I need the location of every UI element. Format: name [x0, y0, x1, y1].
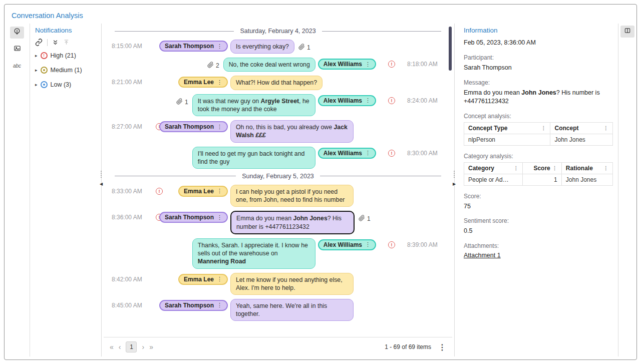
message-menu-icon[interactable]: ⋮ [217, 188, 222, 194]
last-page-button[interactable]: » [149, 343, 153, 351]
collapse-all-icon[interactable] [52, 39, 59, 46]
message-row: 8:15:00 AMSarah Thompson⋮Is everything o… [107, 40, 447, 54]
alert-slot: ! [376, 147, 407, 157]
sender-pill[interactable]: Alex Williams⋮ [318, 59, 376, 70]
column-menu-icon[interactable]: ⋮ [603, 165, 608, 171]
attachment-link[interactable]: Attachment 1 [464, 252, 501, 259]
notification-group-label: Medium (1) [51, 67, 82, 74]
sender-pill[interactable]: Alex Williams⋮ [318, 239, 376, 250]
message-menu-icon[interactable]: ⋮ [217, 214, 222, 221]
notifications-tool-button[interactable] [10, 27, 24, 39]
panel-splitter-left[interactable]: ◀ [99, 24, 104, 356]
current-page[interactable]: 1 [126, 341, 137, 352]
message-row: 1It was that new guy on Argyle Street, h… [107, 94, 447, 116]
message-bubble[interactable]: No, the coke deal went wrong [223, 58, 315, 72]
message-time: 8:30:00 AM [407, 147, 446, 157]
attachment-indicator[interactable]: 1 [176, 98, 188, 106]
date-label: Saturday, February 4, 2023 [240, 28, 315, 35]
column-menu-icon[interactable]: ⋮ [603, 125, 608, 131]
message-bubble[interactable]: Is everything okay? [230, 40, 294, 54]
message-menu-icon[interactable]: ⋮ [365, 61, 371, 68]
column-header[interactable]: Rationale⋮ [561, 162, 612, 174]
alert-bubble-icon [13, 28, 21, 38]
attachment-indicator[interactable]: 1 [359, 215, 371, 223]
sender-name: Emma Lee [184, 79, 214, 86]
message-bubble[interactable]: Let me know if you need anything else, A… [230, 273, 354, 295]
column-header[interactable]: Score⋮ [523, 162, 561, 174]
abc-tool-button[interactable]: abc [10, 60, 24, 72]
message-bubble[interactable]: What?! How did that happen? [230, 76, 323, 90]
right-icon-rail [618, 24, 636, 356]
message-row: 8:45:00 AMSarah Thompson⋮Yeah, same here… [107, 299, 447, 321]
message-bubble[interactable]: I can help you get a pistol if you need … [230, 185, 354, 207]
column-header[interactable]: Concept Type⋮ [464, 122, 550, 134]
message-menu-icon[interactable]: ⋮ [365, 241, 371, 248]
alert-slot: ! [376, 94, 407, 104]
expander-icon[interactable]: ▸ [35, 82, 38, 87]
message-bubble[interactable]: Oh no, this is bad, you already owe Jack… [230, 120, 354, 142]
message-menu-icon[interactable]: ⋮ [217, 124, 222, 130]
message-bubble[interactable]: Emma do you mean John Jones? His number … [230, 211, 355, 234]
table-header-row: Concept Type⋮Concept⋮ [464, 122, 613, 134]
notification-group-high[interactable]: ▸!High (21) [35, 52, 99, 59]
sender-pill[interactable]: Emma Lee⋮ [178, 77, 228, 88]
notification-group-medium[interactable]: ▸Medium (1) [35, 67, 99, 74]
column-header[interactable]: Category⋮ [464, 162, 523, 174]
message-list: Saturday, February 4, 20238:15:00 AMSara… [104, 24, 452, 337]
pagination-menu-icon[interactable]: ⋮ [438, 342, 446, 352]
first-page-button[interactable]: « [110, 343, 114, 351]
message-bubble[interactable]: Thanks, Sarah. I appreciate it. I know h… [192, 238, 315, 269]
message-menu-icon[interactable]: ⋮ [217, 79, 222, 86]
scrollbar-thumb[interactable] [449, 27, 452, 71]
panel-splitter-right[interactable]: ▶ [452, 24, 457, 356]
next-page-button[interactable]: › [142, 343, 144, 351]
sender-pill[interactable]: Emma Lee⋮ [178, 186, 228, 197]
splitter-grip-icon[interactable] [454, 170, 455, 179]
sender-name: Sarah Thompson [165, 302, 214, 309]
collapse-left-arrow-icon[interactable]: ◀ [100, 182, 103, 186]
message-bubble[interactable]: I'll need to get my gun back tonight and… [192, 147, 315, 169]
message-row: 8:21:00 AMEmma Lee⋮What?! How did that h… [107, 76, 447, 90]
sender-pill[interactable]: Sarah Thompson⋮ [159, 121, 228, 132]
column-menu-icon[interactable]: ⋮ [541, 125, 546, 131]
message-bubble[interactable]: It was that new guy on Argyle Street, he… [192, 94, 315, 116]
splitter-grip-icon[interactable] [101, 170, 102, 179]
message-menu-icon[interactable]: ⋮ [365, 150, 371, 156]
sender-pill[interactable]: Alex Williams⋮ [318, 148, 376, 159]
sender-pill[interactable]: Sarah Thompson⋮ [159, 300, 228, 311]
message-menu-icon[interactable]: ⋮ [217, 43, 222, 50]
date-separator: Sunday, February 5, 2023 [115, 173, 441, 180]
column-header[interactable]: Concept⋮ [550, 122, 613, 134]
notification-group-low[interactable]: ▸Low (3) [35, 81, 99, 88]
image-tool-button[interactable] [10, 43, 24, 55]
expander-icon[interactable]: ▸ [35, 53, 38, 58]
prev-page-button[interactable]: ‹ [119, 343, 121, 351]
severity-medium-icon [41, 67, 48, 74]
message-time: 8:42:00 AM [107, 273, 150, 283]
sender-pill[interactable]: Sarah Thompson⋮ [159, 212, 228, 223]
message-time: 8:24:00 AM [407, 94, 446, 104]
link-icon[interactable] [35, 39, 43, 46]
column-header-inner: Concept⋮ [554, 125, 608, 132]
table-cell: John Jones [561, 174, 612, 185]
column-menu-icon[interactable]: ⋮ [513, 165, 518, 171]
sender-pill-col: Emma Lee⋮ [169, 273, 228, 285]
message-menu-icon[interactable]: ⋮ [217, 276, 222, 282]
sender-pill[interactable]: Alex Williams⋮ [318, 95, 376, 106]
expander-icon[interactable]: ▸ [35, 68, 38, 73]
message-menu-icon[interactable]: ⋮ [365, 97, 371, 104]
message-bubble[interactable]: Yeah, same here. We're all in this toget… [230, 299, 354, 321]
attachment-indicator[interactable]: 1 [298, 44, 310, 52]
sender-pill[interactable]: Emma Lee⋮ [178, 274, 228, 285]
column-label: Concept [554, 125, 601, 132]
message-menu-icon[interactable]: ⋮ [217, 302, 222, 308]
attachment-indicator[interactable]: 2 [207, 62, 219, 70]
collapse-right-arrow-icon[interactable]: ▶ [453, 182, 456, 186]
column-menu-icon[interactable]: ⋮ [552, 165, 557, 171]
expand-all-icon[interactable] [63, 39, 70, 46]
sender-pill[interactable]: Sarah Thompson⋮ [159, 41, 228, 52]
information-panel-toggle[interactable] [620, 26, 634, 38]
sender-pill-col: Alex Williams⋮ [318, 58, 376, 70]
conversation-panel: Saturday, February 4, 20238:15:00 AMSara… [104, 24, 452, 356]
alert-icon: ! [388, 97, 395, 104]
